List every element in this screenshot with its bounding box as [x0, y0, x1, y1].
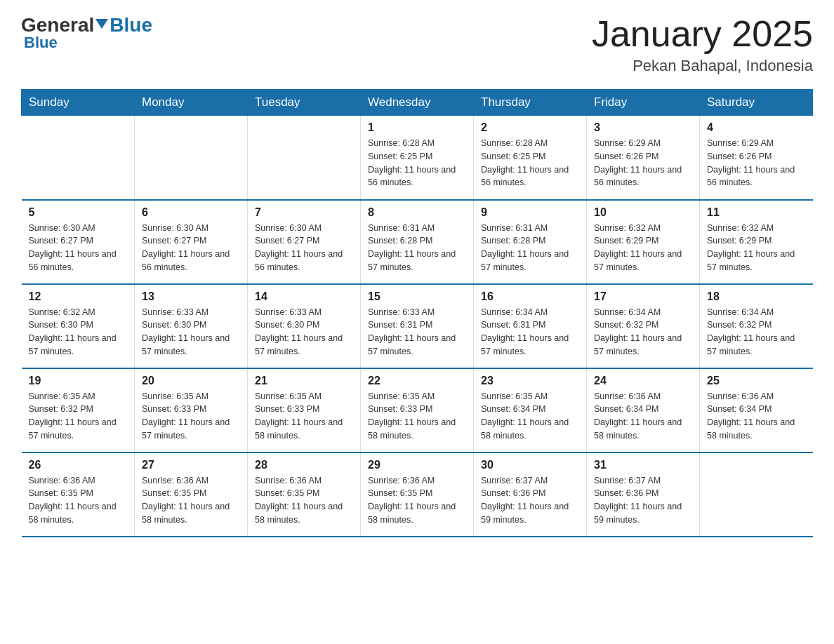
logo-blue-text: Blue [110, 14, 152, 36]
day-info: Sunrise: 6:31 AMSunset: 6:28 PMDaylight:… [368, 222, 466, 274]
calendar-cell: 18Sunrise: 6:34 AMSunset: 6:32 PMDayligh… [700, 284, 813, 368]
day-number: 16 [481, 290, 579, 303]
calendar-cell: 25Sunrise: 6:36 AMSunset: 6:34 PMDayligh… [700, 368, 813, 452]
calendar-cell: 10Sunrise: 6:32 AMSunset: 6:29 PMDayligh… [587, 200, 700, 284]
calendar-cell: 23Sunrise: 6:35 AMSunset: 6:34 PMDayligh… [474, 368, 587, 452]
calendar-week-row: 5Sunrise: 6:30 AMSunset: 6:27 PMDaylight… [22, 200, 813, 284]
calendar-cell: 11Sunrise: 6:32 AMSunset: 6:29 PMDayligh… [700, 200, 813, 284]
title-block: January 2025 Pekan Bahapal, Indonesia [592, 14, 813, 75]
calendar-cell: 26Sunrise: 6:36 AMSunset: 6:35 PMDayligh… [22, 452, 135, 537]
day-info: Sunrise: 6:32 AMSunset: 6:29 PMDaylight:… [594, 222, 692, 274]
calendar-cell [135, 116, 248, 200]
calendar-cell [22, 116, 135, 200]
calendar-table: SundayMondayTuesdayWednesdayThursdayFrid… [21, 89, 813, 537]
day-info: Sunrise: 6:37 AMSunset: 6:36 PMDaylight:… [594, 474, 692, 527]
day-number: 21 [255, 375, 353, 387]
day-number: 18 [707, 290, 806, 303]
calendar-cell: 3Sunrise: 6:29 AMSunset: 6:26 PMDaylight… [587, 116, 700, 200]
calendar-cell: 8Sunrise: 6:31 AMSunset: 6:28 PMDaylight… [361, 200, 474, 284]
day-info: Sunrise: 6:37 AMSunset: 6:36 PMDaylight:… [481, 474, 579, 527]
day-number: 28 [255, 459, 353, 471]
calendar-subtitle: Pekan Bahapal, Indonesia [592, 57, 813, 75]
day-number: 17 [594, 290, 692, 303]
day-number: 26 [29, 459, 128, 471]
day-header-wednesday: Wednesday [361, 90, 474, 116]
day-info: Sunrise: 6:32 AMSunset: 6:29 PMDaylight:… [707, 222, 806, 274]
calendar-cell: 21Sunrise: 6:35 AMSunset: 6:33 PMDayligh… [248, 368, 361, 452]
calendar-cell: 20Sunrise: 6:35 AMSunset: 6:33 PMDayligh… [135, 368, 248, 452]
day-number: 4 [707, 121, 806, 134]
calendar-week-row: 1Sunrise: 6:28 AMSunset: 6:25 PMDaylight… [22, 116, 813, 200]
calendar-cell: 27Sunrise: 6:36 AMSunset: 6:35 PMDayligh… [135, 452, 248, 537]
day-number: 15 [368, 290, 466, 303]
day-header-saturday: Saturday [700, 90, 813, 116]
calendar-week-row: 12Sunrise: 6:32 AMSunset: 6:30 PMDayligh… [22, 284, 813, 368]
calendar-cell: 1Sunrise: 6:28 AMSunset: 6:25 PMDaylight… [361, 116, 474, 200]
day-number: 22 [368, 375, 466, 387]
calendar-cell: 2Sunrise: 6:28 AMSunset: 6:25 PMDaylight… [474, 116, 587, 200]
day-number: 31 [594, 459, 692, 471]
calendar-header-row: SundayMondayTuesdayWednesdayThursdayFrid… [22, 90, 813, 116]
day-info: Sunrise: 6:33 AMSunset: 6:31 PMDaylight:… [368, 306, 466, 358]
calendar-title: January 2025 [592, 14, 813, 54]
day-info: Sunrise: 6:36 AMSunset: 6:35 PMDaylight:… [368, 474, 466, 527]
day-number: 6 [142, 206, 240, 219]
calendar-week-row: 26Sunrise: 6:36 AMSunset: 6:35 PMDayligh… [22, 452, 813, 537]
calendar-cell: 4Sunrise: 6:29 AMSunset: 6:26 PMDaylight… [700, 116, 813, 200]
day-info: Sunrise: 6:36 AMSunset: 6:35 PMDaylight:… [29, 474, 128, 527]
calendar-body: 1Sunrise: 6:28 AMSunset: 6:25 PMDaylight… [22, 116, 813, 537]
day-number: 2 [481, 121, 579, 134]
day-info: Sunrise: 6:30 AMSunset: 6:27 PMDaylight:… [29, 222, 128, 274]
day-number: 5 [29, 206, 128, 219]
day-info: Sunrise: 6:28 AMSunset: 6:25 PMDaylight:… [368, 137, 466, 189]
day-info: Sunrise: 6:35 AMSunset: 6:33 PMDaylight:… [255, 390, 353, 443]
day-info: Sunrise: 6:36 AMSunset: 6:35 PMDaylight:… [255, 474, 353, 527]
calendar-cell: 5Sunrise: 6:30 AMSunset: 6:27 PMDaylight… [22, 200, 135, 284]
calendar-cell: 17Sunrise: 6:34 AMSunset: 6:32 PMDayligh… [587, 284, 700, 368]
day-number: 7 [255, 206, 353, 219]
day-number: 23 [481, 375, 579, 387]
day-info: Sunrise: 6:33 AMSunset: 6:30 PMDaylight:… [255, 306, 353, 358]
calendar-cell: 19Sunrise: 6:35 AMSunset: 6:32 PMDayligh… [22, 368, 135, 452]
day-info: Sunrise: 6:36 AMSunset: 6:34 PMDaylight:… [594, 390, 692, 443]
day-number: 3 [594, 121, 692, 134]
day-info: Sunrise: 6:30 AMSunset: 6:27 PMDaylight:… [142, 222, 240, 274]
day-info: Sunrise: 6:36 AMSunset: 6:34 PMDaylight:… [707, 390, 806, 443]
svg-marker-0 [95, 19, 108, 29]
day-header-friday: Friday [587, 90, 700, 116]
calendar-cell: 13Sunrise: 6:33 AMSunset: 6:30 PMDayligh… [135, 284, 248, 368]
calendar-cell: 22Sunrise: 6:35 AMSunset: 6:33 PMDayligh… [361, 368, 474, 452]
day-info: Sunrise: 6:34 AMSunset: 6:31 PMDaylight:… [481, 306, 579, 358]
calendar-cell: 12Sunrise: 6:32 AMSunset: 6:30 PMDayligh… [22, 284, 135, 368]
day-number: 30 [481, 459, 579, 471]
day-info: Sunrise: 6:34 AMSunset: 6:32 PMDaylight:… [707, 306, 806, 358]
logo-triangle-icon [95, 14, 108, 36]
calendar-cell: 14Sunrise: 6:33 AMSunset: 6:30 PMDayligh… [248, 284, 361, 368]
day-info: Sunrise: 6:35 AMSunset: 6:33 PMDaylight:… [142, 390, 240, 443]
day-header-monday: Monday [135, 90, 248, 116]
logo: General Blue Blue [21, 14, 152, 52]
day-number: 13 [142, 290, 240, 303]
calendar-cell: 15Sunrise: 6:33 AMSunset: 6:31 PMDayligh… [361, 284, 474, 368]
calendar-cell: 16Sunrise: 6:34 AMSunset: 6:31 PMDayligh… [474, 284, 587, 368]
day-number: 24 [594, 375, 692, 387]
day-number: 9 [481, 206, 579, 219]
day-number: 29 [368, 459, 466, 471]
calendar-cell [248, 116, 361, 200]
day-info: Sunrise: 6:29 AMSunset: 6:26 PMDaylight:… [594, 137, 692, 189]
calendar-cell: 9Sunrise: 6:31 AMSunset: 6:28 PMDaylight… [474, 200, 587, 284]
calendar-cell [700, 452, 813, 537]
day-info: Sunrise: 6:35 AMSunset: 6:32 PMDaylight:… [29, 390, 128, 443]
calendar-cell: 24Sunrise: 6:36 AMSunset: 6:34 PMDayligh… [587, 368, 700, 452]
calendar-cell: 30Sunrise: 6:37 AMSunset: 6:36 PMDayligh… [474, 452, 587, 537]
day-info: Sunrise: 6:29 AMSunset: 6:26 PMDaylight:… [707, 137, 806, 189]
logo-underline: Blue [24, 34, 58, 52]
day-info: Sunrise: 6:30 AMSunset: 6:27 PMDaylight:… [255, 222, 353, 274]
calendar-cell: 28Sunrise: 6:36 AMSunset: 6:35 PMDayligh… [248, 452, 361, 537]
day-info: Sunrise: 6:36 AMSunset: 6:35 PMDaylight:… [142, 474, 240, 527]
day-number: 27 [142, 459, 240, 471]
day-number: 11 [707, 206, 806, 219]
page-header: General Blue Blue January 2025 Pekan Bah… [21, 14, 813, 75]
day-number: 12 [29, 290, 128, 303]
calendar-cell: 6Sunrise: 6:30 AMSunset: 6:27 PMDaylight… [135, 200, 248, 284]
